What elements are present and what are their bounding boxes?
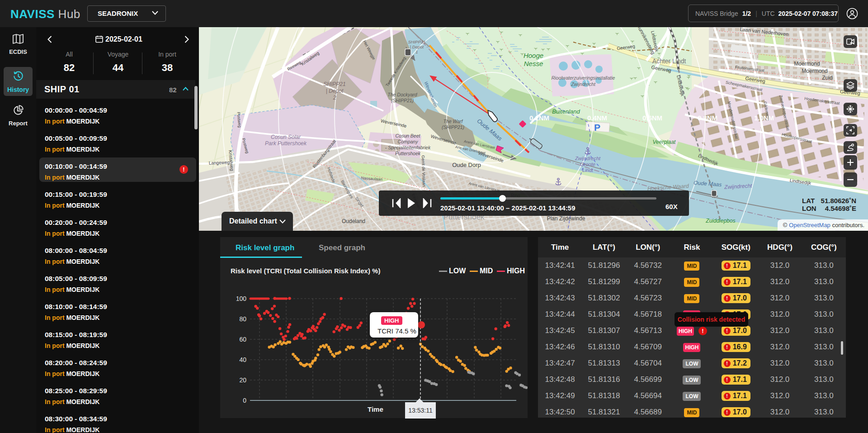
svg-text:80: 80 [239,315,246,323]
svg-text:SHIPP21: SHIPP21 [408,39,425,44]
svg-text:Oude Dorp: Oude Dorp [452,162,481,168]
svg-text:Company: Company [398,139,419,144]
svg-text:1: 1 [415,49,418,54]
svg-text:2: 2 [333,95,336,101]
svg-text:| Depot: | Depot [326,88,344,94]
svg-text:SHIPP21: SHIPP21 [323,81,345,87]
svg-text:0.6NM: 0.6NM [642,114,662,122]
svg-text:Lindt: Lindt [582,167,594,173]
svg-text:40: 40 [239,356,246,363]
svg-text:- Specialiteitenfabriek: - Specialiteitenfabriek [385,145,431,150]
svg-text:1.0NM: 1.0NM [754,114,774,122]
svg-text:(SHIPP21): (SHIPP21) [391,98,414,103]
svg-text:Zwijndrecht: Zwijndrecht [575,156,601,161]
svg-text:Zuiddiepbos: Zuiddiepbos [705,218,735,224]
svg-text:Achter Lindt: Achter Lindt [652,57,686,65]
svg-text:Zwijndrecht: Zwijndrecht [571,81,596,87]
svg-text:Zuid: Zuid [822,75,832,81]
svg-text:Moermond: Moermond [794,61,820,67]
svg-text:Buitenland: Buitenland [552,108,580,115]
svg-text:Groote: Groote [580,162,595,167]
svg-text:P: P [594,122,600,133]
svg-text:Veerplaat: Veerplaat [653,139,676,145]
svg-text:Puttershoek: Puttershoek [395,151,421,156]
svg-text:100: 100 [236,295,247,302]
svg-text:Plan Zijdewinde: Plan Zijdewinde [547,215,585,222]
svg-text:The Dockyard: The Dockyard [387,92,418,97]
svg-text:Park Puttershoek: Park Puttershoek [265,140,307,147]
svg-text:20: 20 [239,376,246,384]
svg-text:The Warf: The Warf [443,119,463,124]
svg-text:Langeweg: Langeweg [209,160,230,166]
svg-text:Rioolwaterzuiveringsinstallati: Rioolwaterzuiveringsinstallatie [552,75,615,81]
svg-text:Moermond: Moermond [802,68,827,74]
svg-text:Oudeland: Oudeland [342,218,365,224]
svg-text:Hooge: Hooge [524,52,543,59]
svg-text:0: 0 [243,397,246,404]
svg-text:0.2NM: 0.2NM [529,114,549,122]
svg-text:60: 60 [239,336,246,343]
svg-text:| Depot: | Depot [410,44,424,49]
svg-text:0.8NM: 0.8NM [698,114,717,122]
svg-text:Cosun Solar: Cosun Solar [271,134,301,140]
svg-text:(SHIPP21): (SHIPP21) [442,124,464,130]
svg-text:0.4NM: 0.4NM [587,114,607,122]
svg-text:Nesse: Nesse [524,60,543,67]
svg-text:Cosun Beet: Cosun Beet [396,133,421,138]
